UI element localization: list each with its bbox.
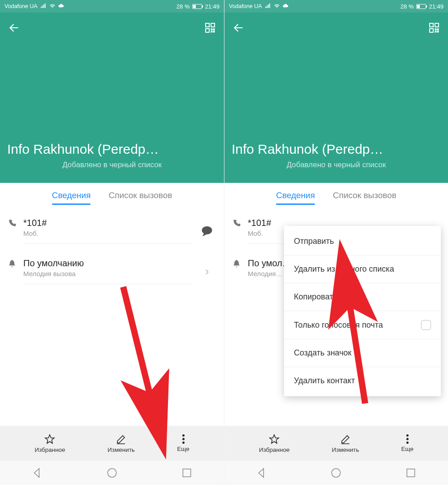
- edit-button[interactable]: Изменить: [108, 434, 135, 453]
- phone-row[interactable]: *101# Моб.: [0, 211, 224, 251]
- svg-rect-6: [213, 31, 215, 32]
- message-icon[interactable]: [199, 225, 215, 237]
- menu-delete-contact[interactable]: Удалить контакт: [284, 367, 441, 394]
- ringtone-sub: Мелодия вызова: [23, 270, 193, 277]
- svg-rect-3: [211, 29, 212, 30]
- chevron-right-icon: ›: [199, 264, 215, 278]
- cloud-icon: [58, 3, 65, 10]
- tabs: Сведения Список вызовов: [224, 183, 448, 211]
- favorite-label: Избранное: [259, 446, 289, 453]
- battery-percent: 28 %: [177, 3, 190, 10]
- edit-button[interactable]: Изменить: [332, 434, 359, 453]
- bottom-bar: Избранное Изменить Еще: [224, 426, 448, 461]
- menu-remove-blacklist[interactable]: Удалить из черного списка: [284, 255, 441, 283]
- nav-back[interactable]: [256, 467, 267, 479]
- edit-label: Изменить: [332, 446, 359, 453]
- svg-rect-9: [183, 469, 190, 476]
- nav-recent[interactable]: [181, 467, 193, 479]
- nav-back[interactable]: [31, 467, 43, 479]
- contact-header: Info Rakhunok (Peredp… Добавлено в черны…: [224, 13, 448, 183]
- tab-calllog[interactable]: Список вызовов: [108, 191, 172, 203]
- svg-rect-16: [435, 31, 436, 32]
- carrier-label: Vodafone UA: [229, 3, 262, 9]
- clock: 21:49: [205, 3, 220, 10]
- svg-rect-11: [430, 23, 433, 27]
- more-icon: [406, 434, 409, 444]
- qr-icon[interactable]: [427, 21, 441, 35]
- signal-icon: [265, 3, 271, 10]
- cloud-icon: [283, 3, 289, 10]
- svg-rect-17: [437, 31, 439, 32]
- tabs: Сведения Список вызовов: [0, 183, 224, 211]
- svg-rect-20: [407, 469, 414, 476]
- svg-rect-13: [430, 29, 433, 32]
- contact-subtitle: Добавлено в черный список: [7, 160, 217, 169]
- svg-point-19: [332, 468, 341, 477]
- nav-home[interactable]: [330, 467, 342, 479]
- edit-label: Изменить: [108, 446, 135, 453]
- svg-rect-14: [435, 29, 436, 30]
- back-button[interactable]: [7, 21, 21, 35]
- phone-type: Моб.: [23, 230, 193, 237]
- svg-rect-5: [211, 31, 212, 32]
- more-button[interactable]: Еще: [177, 434, 189, 452]
- status-bar: Vodafone UA 28 % 21:49: [0, 0, 224, 13]
- status-bar: Vodafone UA 28 % 21:49: [224, 0, 448, 13]
- bottom-bar: Избранное Изменить Еще: [0, 426, 224, 461]
- clock: 21:49: [429, 3, 444, 10]
- wifi-icon: [49, 3, 56, 10]
- signal-icon: [40, 3, 47, 10]
- favorite-label: Избранное: [34, 446, 65, 453]
- nav-bar: [224, 461, 448, 485]
- svg-rect-1: [211, 23, 215, 27]
- carrier-label: Vodafone UA: [4, 3, 38, 9]
- bell-icon: [232, 259, 241, 268]
- back-button[interactable]: [232, 21, 245, 35]
- battery-icon: [192, 4, 202, 9]
- qr-icon[interactable]: [203, 21, 217, 35]
- more-icon: [182, 434, 185, 444]
- contact-name: Info Rakhunok (Peredp…: [232, 142, 441, 157]
- tab-details[interactable]: Сведения: [52, 191, 91, 203]
- svg-point-8: [108, 468, 116, 477]
- bell-icon: [7, 259, 17, 268]
- content-area: *101# Моб. По умолчанию Мелодия вызова ›: [0, 211, 224, 426]
- phone-number: *101#: [23, 218, 193, 228]
- context-menu: Отправить Удалить из черного списка Копи…: [284, 226, 441, 396]
- svg-rect-0: [206, 23, 209, 27]
- menu-voicemail-only[interactable]: Только голосовая почта: [284, 311, 441, 339]
- svg-rect-15: [437, 29, 439, 30]
- more-button[interactable]: Еще: [401, 434, 413, 452]
- tab-calllog[interactable]: Список вызовов: [333, 191, 396, 203]
- phone-screen-left: Vodafone UA 28 % 21:49 Info Rakhunok (Pe…: [0, 0, 224, 485]
- more-label: Еще: [401, 446, 413, 452]
- tab-details[interactable]: Сведения: [276, 191, 315, 203]
- favorite-button[interactable]: Избранное: [34, 434, 65, 453]
- phone-icon: [7, 219, 17, 228]
- battery-icon: [416, 4, 426, 9]
- checkbox-icon[interactable]: [421, 320, 431, 330]
- ringtone-row[interactable]: По умолчанию Мелодия вызова ›: [0, 251, 224, 291]
- nav-home[interactable]: [106, 467, 118, 479]
- phone-screen-right: Vodafone UA 28 % 21:49 Info Rakhunok (Pe…: [224, 0, 448, 485]
- contact-subtitle: Добавлено в черный список: [232, 160, 441, 169]
- menu-create-shortcut[interactable]: Создать значок: [284, 339, 441, 367]
- ringtone-title: По умолчанию: [23, 258, 193, 268]
- svg-rect-2: [206, 29, 209, 32]
- more-label: Еще: [177, 446, 189, 452]
- nav-recent[interactable]: [405, 467, 417, 479]
- nav-bar: [0, 461, 224, 485]
- svg-rect-12: [435, 23, 439, 27]
- contact-header: Info Rakhunok (Peredp… Добавлено в черны…: [0, 13, 224, 183]
- svg-rect-4: [213, 29, 215, 30]
- svg-point-7: [202, 227, 212, 234]
- contact-name: Info Rakhunok (Peredp…: [7, 142, 217, 157]
- phone-icon: [232, 219, 241, 228]
- wifi-icon: [274, 3, 280, 10]
- menu-copy[interactable]: Копировать: [284, 283, 441, 311]
- favorite-button[interactable]: Избранное: [259, 434, 289, 453]
- menu-send[interactable]: Отправить: [284, 228, 441, 255]
- battery-percent: 28 %: [401, 3, 414, 10]
